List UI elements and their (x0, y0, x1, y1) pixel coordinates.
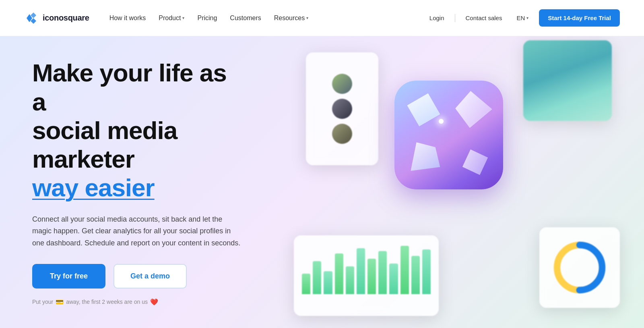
navbar-right: Login Contact sales EN ▾ Start 14-day Fr… (425, 9, 620, 27)
chart-bar (422, 249, 431, 294)
chart-bar (367, 259, 376, 294)
contact-sales-link[interactable]: Contact sales (462, 11, 506, 25)
avatar-2 (332, 99, 352, 119)
hero-content: Make your life as a social media markete… (0, 36, 274, 328)
language-selector[interactable]: EN ▾ (512, 11, 533, 25)
sparkle-icon (439, 119, 444, 124)
resources-chevron-icon: ▾ (306, 16, 308, 20)
hero-headline: Make your life as a social media markete… (32, 58, 242, 202)
hero-ui-decoration (282, 36, 644, 328)
nav-divider (455, 14, 455, 22)
chart-bar (389, 264, 398, 294)
hero-highlight-text: way easier (32, 174, 155, 201)
hero-footnote: Put your 💳 away, the first 2 weeks are o… (32, 298, 242, 306)
start-trial-button[interactable]: Start 14-day Free Trial (539, 9, 620, 27)
try-for-free-button[interactable]: Try for free (32, 264, 105, 289)
chart-bar (357, 248, 365, 294)
chart-bar (411, 256, 420, 294)
chart-bar (324, 271, 332, 294)
nav-how-it-works[interactable]: How it works (104, 11, 152, 25)
nav-pricing[interactable]: Pricing (192, 11, 223, 25)
avatar-3 (332, 124, 352, 144)
shard-2 (453, 88, 495, 130)
chart-bars (302, 242, 431, 294)
app-icon-inner (394, 81, 503, 189)
hero-section: Make your life as a social media markete… (0, 36, 644, 328)
navbar-left: iconosquare How it works Product ▾ Prici… (24, 11, 314, 25)
chart-bar (335, 253, 343, 294)
hero-subtext: Connect all your social media accounts, … (32, 214, 242, 249)
shard-3 (407, 142, 442, 177)
nav-customers[interactable]: Customers (224, 11, 266, 25)
chart-bar (313, 261, 321, 294)
brand-logo-icon (24, 11, 39, 25)
credit-card-icon: 💳 (56, 298, 64, 306)
nav-resources[interactable]: Resources ▾ (268, 11, 314, 25)
get-demo-button[interactable]: Get a demo (114, 264, 187, 289)
photo-card-inner (523, 40, 612, 121)
logo-area[interactable]: iconosquare (24, 11, 89, 25)
nav-product[interactable]: Product ▾ (153, 11, 190, 25)
donut-card (539, 227, 620, 308)
chart-bar (302, 274, 310, 294)
app-icon (394, 81, 503, 189)
shard-1 (402, 89, 444, 131)
chart-bar (346, 266, 354, 294)
avatar-1 (332, 74, 352, 94)
chart-bar (378, 251, 387, 294)
heart-icon: ❤️ (150, 298, 158, 306)
analytics-card (294, 235, 439, 316)
app-icon-wrap (394, 81, 503, 189)
brand-name: iconosquare (43, 13, 89, 23)
photo-card (523, 40, 612, 121)
chart-bar (400, 246, 409, 294)
product-chevron-icon: ▾ (182, 16, 184, 20)
lang-chevron-icon: ▾ (526, 16, 528, 20)
login-link[interactable]: Login (425, 11, 448, 25)
profiles-card (306, 52, 378, 165)
nav-links: How it works Product ▾ Pricing Customers… (104, 11, 314, 25)
shard-4 (456, 143, 494, 181)
hero-buttons: Try for free Get a demo (32, 264, 242, 289)
navbar: iconosquare How it works Product ▾ Prici… (0, 0, 644, 36)
donut-chart (551, 239, 608, 296)
